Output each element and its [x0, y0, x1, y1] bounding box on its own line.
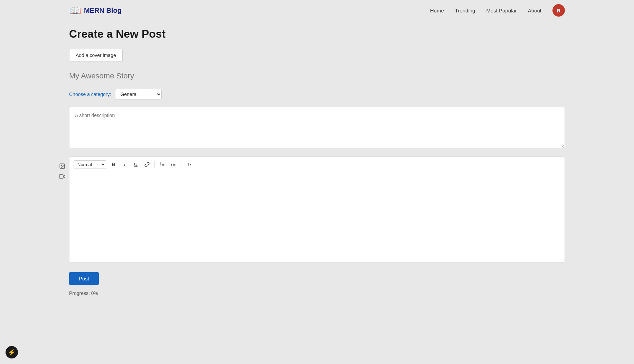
- nav-home[interactable]: Home: [430, 8, 444, 13]
- bold-button[interactable]: B: [109, 160, 119, 169]
- insert-video-icon[interactable]: [58, 172, 66, 181]
- link-button[interactable]: [142, 160, 152, 169]
- category-row: Choose a category: General Technology Li…: [69, 89, 565, 100]
- underline-button[interactable]: U: [131, 160, 141, 169]
- editor-toolbar: Normal Heading 1 Heading 2 Heading 3 B I…: [69, 157, 565, 172]
- brand-name: MERN Blog: [84, 7, 122, 15]
- insert-image-icon[interactable]: [58, 162, 66, 170]
- svg-point-14: [171, 164, 172, 165]
- svg-point-15: [171, 165, 172, 166]
- ordered-list-button[interactable]: 1 2 3: [158, 160, 167, 169]
- nav-links: Home Trending Most Popular About R: [430, 4, 565, 17]
- svg-point-13: [171, 163, 172, 163]
- nav-about[interactable]: About: [528, 8, 541, 13]
- add-cover-button[interactable]: Add a cover image: [69, 49, 123, 62]
- editor-sidebar: [58, 162, 66, 181]
- category-label: Choose a category:: [69, 92, 111, 97]
- format-select[interactable]: Normal Heading 1 Heading 2 Heading 3: [74, 160, 106, 169]
- user-avatar[interactable]: R: [552, 4, 565, 17]
- progress-text: Progress: 0%: [69, 290, 565, 296]
- main-content: Create a New Post Add a cover image Choo…: [0, 21, 634, 310]
- editor-wrapper: Normal Heading 1 Heading 2 Heading 3 B I…: [69, 156, 565, 262]
- unordered-list-button[interactable]: [169, 160, 178, 169]
- svg-marker-2: [63, 175, 65, 178]
- editor-body[interactable]: [69, 172, 565, 262]
- italic-button[interactable]: I: [120, 160, 130, 169]
- nav-trending[interactable]: Trending: [455, 8, 475, 13]
- nav-most-popular[interactable]: Most Popular: [486, 8, 517, 13]
- svg-point-1: [61, 165, 61, 165]
- description-textarea[interactable]: [69, 107, 565, 148]
- post-button[interactable]: Post: [69, 272, 99, 285]
- svg-text:3: 3: [160, 165, 161, 166]
- editor-container: Normal Heading 1 Heading 2 Heading 3 B I…: [69, 156, 565, 262]
- brand-icon: 📖: [69, 5, 81, 16]
- page-title: Create a New Post: [69, 28, 565, 40]
- category-select[interactable]: General Technology Lifestyle Travel Food: [115, 89, 162, 100]
- toolbar-separator-1: [154, 161, 155, 168]
- bottom-badge[interactable]: ⚡: [6, 346, 18, 358]
- navbar: 📖 MERN Blog Home Trending Most Popular A…: [0, 0, 634, 21]
- toolbar-separator-2: [181, 161, 181, 168]
- brand-logo[interactable]: 📖 MERN Blog: [69, 5, 122, 16]
- clear-format-button[interactable]: Tx: [184, 160, 194, 169]
- svg-rect-3: [59, 175, 63, 179]
- post-title-input[interactable]: [69, 70, 565, 82]
